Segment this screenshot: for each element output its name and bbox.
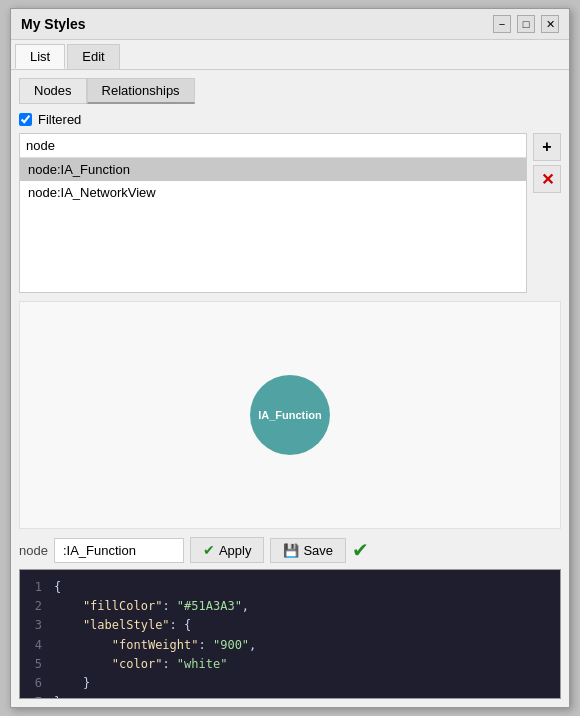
preview-area: IA_Function <box>19 301 561 529</box>
window-controls: − □ ✕ <box>493 15 559 33</box>
line-number: 6 <box>28 674 42 693</box>
code-line-3: 3 "labelStyle": { <box>28 616 552 635</box>
subtab-relationships[interactable]: Relationships <box>87 78 195 104</box>
code-text: "fontWeight": "900", <box>54 636 256 655</box>
filtered-checkbox[interactable] <box>19 113 32 126</box>
subtab-nodes[interactable]: Nodes <box>19 78 87 104</box>
node-preview-circle: IA_Function <box>250 375 330 455</box>
close-button[interactable]: ✕ <box>541 15 559 33</box>
code-line-7: 7 } <box>28 693 552 699</box>
code-text: } <box>54 693 61 699</box>
save-icon: 💾 <box>283 543 299 558</box>
list-box: node:IA_Function node:IA_NetworkView <box>19 133 527 293</box>
node-type-label: node <box>19 543 48 558</box>
check-icon: ✔ <box>203 542 215 558</box>
apply-label: Apply <box>219 543 252 558</box>
code-line-2: 2 "fillColor": "#51A3A3", <box>28 597 552 616</box>
main-window: My Styles − □ ✕ List Edit Nodes Relation… <box>10 8 570 708</box>
tab-bar: List Edit <box>11 40 569 70</box>
list-item[interactable]: node:IA_Function <box>20 158 526 181</box>
code-text: { <box>54 578 61 597</box>
apply-button[interactable]: ✔ Apply <box>190 537 265 563</box>
bottom-bar: node ✔ Apply 💾 Save ✔ <box>19 537 561 563</box>
code-editor[interactable]: 1 { 2 "fillColor": "#51A3A3", 3 "labelSt… <box>19 569 561 699</box>
code-text: } <box>54 674 90 693</box>
add-button[interactable]: + <box>533 133 561 161</box>
title-bar: My Styles − □ ✕ <box>11 9 569 40</box>
code-text: "fillColor": "#51A3A3", <box>54 597 249 616</box>
tab-edit[interactable]: Edit <box>67 44 119 69</box>
code-line-4: 4 "fontWeight": "900", <box>28 636 552 655</box>
list-buttons: + ✕ <box>533 133 561 293</box>
filtered-row: Filtered <box>19 112 561 127</box>
line-number: 4 <box>28 636 42 655</box>
list-item[interactable]: node:IA_NetworkView <box>20 181 526 204</box>
code-line-5: 5 "color": "white" <box>28 655 552 674</box>
content-area: Nodes Relationships Filtered node:IA_Fun… <box>11 70 569 707</box>
line-number: 7 <box>28 693 42 699</box>
save-button[interactable]: 💾 Save <box>270 538 346 563</box>
search-input[interactable] <box>20 134 526 158</box>
list-area: node:IA_Function node:IA_NetworkView + ✕ <box>19 133 561 293</box>
tab-list[interactable]: List <box>15 44 65 69</box>
status-check-icon: ✔ <box>352 538 369 562</box>
line-number: 5 <box>28 655 42 674</box>
line-number: 2 <box>28 597 42 616</box>
code-line-6: 6 } <box>28 674 552 693</box>
code-line-1: 1 { <box>28 578 552 597</box>
save-label: Save <box>303 543 333 558</box>
maximize-button[interactable]: □ <box>517 15 535 33</box>
line-number: 1 <box>28 578 42 597</box>
filtered-label: Filtered <box>38 112 81 127</box>
code-text: "labelStyle": { <box>54 616 191 635</box>
line-number: 3 <box>28 616 42 635</box>
subtab-bar: Nodes Relationships <box>19 78 561 104</box>
minimize-button[interactable]: − <box>493 15 511 33</box>
remove-button[interactable]: ✕ <box>533 165 561 193</box>
node-value-input[interactable] <box>54 538 184 563</box>
code-text: "color": "white" <box>54 655 227 674</box>
window-title: My Styles <box>21 16 86 32</box>
